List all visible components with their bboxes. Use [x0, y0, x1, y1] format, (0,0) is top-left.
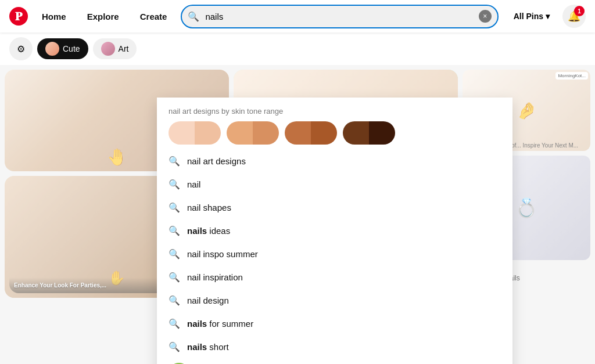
- suggestion-text: nail shapes: [187, 203, 231, 212]
- search-icon: 🔍: [169, 294, 180, 306]
- notification-badge: 1: [574, 6, 585, 16]
- sliders-icon: ⚙: [17, 44, 25, 55]
- suggestion-nails-ideas[interactable]: 🔍 nails ideas: [157, 219, 512, 242]
- suggestion-text: nail design: [187, 295, 229, 305]
- search-input[interactable]: [181, 5, 498, 28]
- suggestion-nails-short[interactable]: 🔍 nails short: [157, 335, 512, 358]
- nav-home[interactable]: Home: [35, 7, 73, 26]
- pin-caption: Enhance Your Look For Parties,...: [14, 282, 106, 289]
- suggestion-nails-for-summer[interactable]: 🔍 nails for summer: [157, 312, 512, 335]
- suggestion-nail-art-designs[interactable]: 🔍 nail art designs: [157, 149, 512, 172]
- search-icon: 🔍: [169, 271, 180, 283]
- user-suggestion-metdaan[interactable]: M MetDaan Nails ● metdaannails: [157, 358, 512, 364]
- suggestion-nail-inspo-summer[interactable]: 🔍 nail inspo summer: [157, 242, 512, 265]
- search-icon: 🔍: [169, 155, 180, 167]
- suggestion-text: nails ideas: [187, 226, 230, 236]
- skin-tone-options: [169, 121, 501, 145]
- filter-bar: ⚙ Cute Art: [0, 33, 595, 65]
- skin-tone-label: nail art designs by skin tone range: [169, 107, 501, 116]
- nav-right: All Pins ▾ 🔔 1: [506, 5, 586, 28]
- search-icon: 🔍: [169, 248, 180, 260]
- suggestion-nail-inspiration[interactable]: 🔍 nail inspiration: [157, 265, 512, 289]
- right-source: MorningKot...: [555, 72, 588, 80]
- skin-tone-light-medium[interactable]: [227, 121, 279, 145]
- suggestion-text: nails for summer: [187, 319, 253, 329]
- chevron-down-icon: ▾: [546, 12, 550, 21]
- skin-tone-medium[interactable]: [285, 121, 337, 145]
- search-clear-button[interactable]: ×: [479, 10, 492, 23]
- search-icon: 🔍: [169, 225, 180, 236]
- skin-tone-dark[interactable]: [343, 121, 395, 145]
- search-icon: 🔍: [169, 201, 180, 213]
- pinterest-logo[interactable]: 𝐏: [9, 7, 28, 26]
- suggestion-text: nail art designs: [187, 156, 246, 166]
- chip-avatar-cute: [45, 42, 59, 56]
- suggestion-nail-design[interactable]: 🔍 nail design: [157, 289, 512, 312]
- navbar: 𝐏 Home Explore Create 🔍 × All Pins ▾ 🔔 1: [0, 0, 595, 33]
- chip-avatar-art: [101, 42, 115, 56]
- skin-tone-section: nail art designs by skin tone range: [157, 98, 512, 149]
- filter-chip-art[interactable]: Art: [93, 38, 137, 59]
- suggestion-text: nails short: [187, 342, 229, 352]
- search-icon: 🔍: [169, 341, 180, 352]
- suggestion-text: nail inspiration: [187, 272, 243, 282]
- search-bar: 🔍 ×: [181, 5, 498, 28]
- nav-explore[interactable]: Explore: [80, 7, 126, 26]
- suggestion-text: nail: [187, 179, 200, 189]
- all-pins-button[interactable]: All Pins ▾: [506, 7, 558, 26]
- main-content: 🤚 ✋ Enhance Your Look For Parties,... 🖐️…: [0, 65, 595, 364]
- suggestions-list: 🔍 nail art designs 🔍 nail 🔍 nail shapes …: [157, 149, 512, 364]
- filter-chip-cute[interactable]: Cute: [37, 38, 88, 59]
- notifications-button[interactable]: 🔔 1: [562, 5, 586, 28]
- suggestion-nail[interactable]: 🔍 nail: [157, 172, 512, 196]
- search-icon: 🔍: [169, 318, 180, 329]
- skin-tone-light[interactable]: [169, 121, 221, 145]
- nav-create[interactable]: Create: [133, 7, 174, 26]
- search-dropdown: nail art designs by skin tone range 🔍 na…: [157, 98, 512, 364]
- suggestion-nail-shapes[interactable]: 🔍 nail shapes: [157, 196, 512, 219]
- search-icon: 🔍: [169, 178, 180, 190]
- search-icon: 🔍: [188, 11, 199, 22]
- suggestion-text: nail inspo summer: [187, 249, 258, 259]
- filter-icon-button[interactable]: ⚙: [9, 37, 33, 60]
